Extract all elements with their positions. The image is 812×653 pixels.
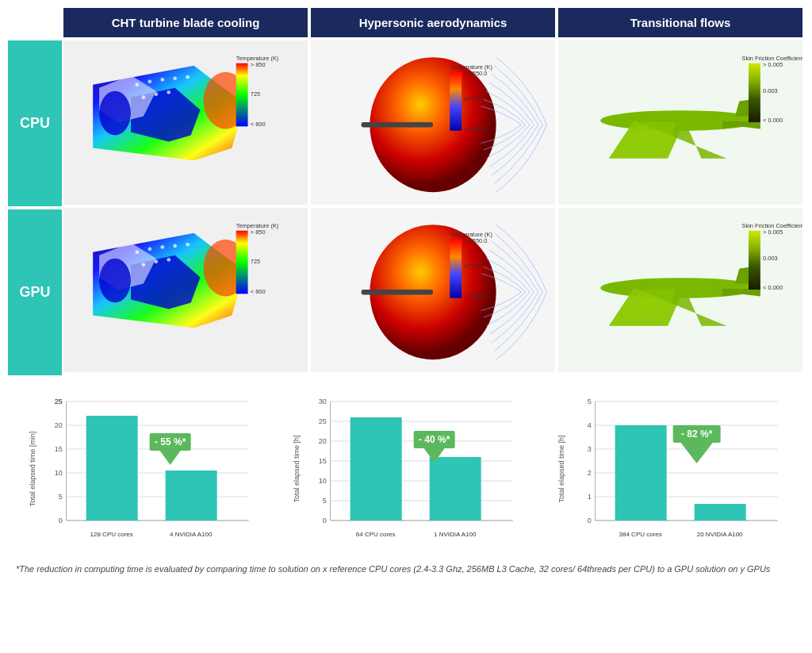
svg-point-4	[147, 79, 151, 83]
svg-text:5: 5	[59, 493, 63, 501]
svg-text:1 NVIDIA A100: 1 NVIDIA A100	[434, 531, 477, 538]
svg-text:2: 2	[587, 469, 591, 477]
header-spacer	[8, 8, 62, 37]
transitional-chart: Total elapsed time [h] 0 1 2 3 4 5	[542, 382, 799, 556]
svg-rect-21	[450, 71, 462, 130]
svg-rect-14	[236, 63, 248, 127]
svg-text:> 0.005: > 0.005	[763, 229, 783, 236]
svg-marker-142	[680, 443, 712, 463]
svg-text:< 4000.0: < 4000.0	[464, 293, 487, 300]
svg-text:725: 725	[251, 90, 260, 98]
cht-cpu-svg: Temperature (K) > 850 725 < 600	[63, 40, 308, 205]
svg-text:1: 1	[587, 493, 591, 501]
svg-point-49	[99, 259, 131, 303]
svg-point-45	[142, 263, 146, 267]
svg-text:< 600: < 600	[251, 288, 266, 295]
main-container: CHT turbine blade cooling Hypersonic aer…	[0, 0, 812, 587]
svg-rect-116	[430, 457, 481, 520]
svg-point-41	[147, 247, 151, 251]
svg-text:4775.0: 4775.0	[464, 263, 482, 271]
transitional-gpu-image: Skin Friction Coefficient > 0.005 0.003 …	[558, 208, 802, 372]
svg-text:4775.0: 4775.0	[464, 95, 482, 102]
svg-text:384 CPU cores: 384 CPU cores	[619, 531, 661, 538]
hypersonic-gpu-image: Temperature (K) > 5550.0 4775.0 < 4000.0	[311, 208, 555, 372]
svg-text:20: 20	[55, 421, 63, 429]
svg-text:< 0.000: < 0.000	[763, 284, 783, 291]
footer-text: *The reduction in computing time is eval…	[16, 564, 770, 574]
cht-chart: Total elapsed time [min] 0 5 10 15 20 25	[13, 382, 270, 556]
svg-text:4 NVIDIA A100: 4 NVIDIA A100	[170, 531, 213, 538]
content-area: CPU GPU	[8, 40, 804, 375]
svg-point-5	[160, 78, 164, 82]
svg-point-42	[160, 245, 164, 249]
svg-text:< 0.000: < 0.000	[763, 117, 783, 124]
svg-text:> 5550.0: > 5550.0	[464, 237, 487, 244]
svg-text:128 CPU cores: 128 CPU cores	[90, 531, 133, 538]
col1-header: CHT turbine blade cooling	[63, 8, 308, 37]
charts-section: Total elapsed time [min] 0 5 10 15 20 25	[8, 382, 804, 556]
col3-header: Transitional flows	[558, 8, 802, 37]
svg-point-12	[99, 91, 131, 136]
svg-rect-19	[362, 122, 433, 127]
hypersonic-chart: Total elapsed time [h] 0 5 10 15 20 25 3…	[277, 382, 534, 556]
svg-text:5: 5	[587, 398, 591, 405]
svg-text:725: 725	[251, 258, 260, 265]
svg-rect-33	[749, 63, 760, 122]
cpu-images-row: Temperature (K) > 850 725 < 600	[62, 40, 804, 205]
svg-text:< 4000.0: < 4000.0	[464, 125, 487, 133]
svg-point-9	[154, 92, 158, 96]
svg-text:0: 0	[323, 517, 327, 524]
svg-text:- 55 %*: - 55 %*	[155, 436, 186, 447]
svg-text:> 5550.0: > 5550.0	[464, 70, 487, 77]
hypersonic-cpu-image: Temperature (K) > 5550.0 4775.0 < 4000.0	[311, 40, 555, 205]
svg-text:Total elapsed time [min]: Total elapsed time [min]	[29, 432, 36, 507]
svg-text:3: 3	[587, 445, 591, 453]
svg-point-47	[167, 258, 170, 262]
cpu-label: CPU	[8, 40, 62, 206]
col2-header: Hypersonic aerodynamics	[311, 8, 555, 37]
svg-rect-51	[236, 231, 248, 294]
footer-note: *The reduction in computing time is eval…	[8, 556, 804, 579]
svg-text:15: 15	[319, 457, 327, 465]
svg-point-6	[173, 76, 177, 80]
images-area: Temperature (K) > 850 725 < 600	[62, 40, 804, 375]
transitional-gpu-svg: Skin Friction Coefficient > 0.005 0.003 …	[558, 208, 802, 372]
svg-text:> 850: > 850	[251, 61, 266, 68]
header-row: CHT turbine blade cooling Hypersonic aer…	[8, 8, 804, 37]
svg-text:Total elapsed time [h]: Total elapsed time [h]	[293, 436, 301, 503]
gpu-label: GPU	[8, 209, 62, 375]
svg-text:10: 10	[55, 469, 63, 477]
svg-point-46	[154, 259, 158, 263]
svg-rect-114	[350, 417, 402, 520]
svg-text:< 600: < 600	[251, 121, 266, 128]
hypersonic-gpu-svg: Temperature (K) > 5550.0 4775.0 < 4000.0	[311, 208, 555, 372]
svg-point-10	[167, 90, 170, 94]
gpu-images-row: Temperature (K) > 850 725 < 600	[62, 208, 804, 372]
cht-gpu-image: Temperature (K) > 850 725 < 600	[63, 208, 308, 372]
svg-point-40	[136, 250, 140, 254]
svg-marker-95	[160, 451, 181, 465]
svg-text:15: 15	[55, 445, 63, 453]
svg-text:> 850: > 850	[251, 229, 266, 236]
svg-text:0.003: 0.003	[763, 87, 778, 94]
svg-text:> 0.005: > 0.005	[763, 61, 783, 68]
svg-point-3	[136, 83, 140, 86]
svg-text:- 40 %*: - 40 %*	[419, 434, 450, 445]
transitional-cpu-image: Skin Friction Coefficient > 0.005 0.003 …	[558, 40, 802, 205]
svg-text:10: 10	[319, 477, 327, 485]
svg-rect-91	[166, 471, 217, 520]
svg-text:0.003: 0.003	[763, 255, 778, 262]
svg-point-43	[173, 244, 177, 248]
cht-chart-svg: Total elapsed time [min] 0 5 10 15 20 25	[13, 382, 270, 556]
svg-marker-66	[739, 289, 760, 297]
svg-rect-136	[615, 425, 666, 520]
svg-text:25: 25	[55, 398, 63, 405]
svg-text:0: 0	[587, 517, 591, 524]
svg-text:Total elapsed time [h]: Total elapsed time [h]	[557, 436, 565, 503]
svg-point-7	[186, 75, 190, 79]
transitional-chart-svg: Total elapsed time [h] 0 1 2 3 4 5	[542, 382, 799, 556]
svg-text:20 NVIDIA A100: 20 NVIDIA A100	[696, 531, 742, 538]
svg-text:30: 30	[319, 398, 327, 405]
svg-text:0: 0	[59, 517, 63, 524]
svg-text:- 82 %*: - 82 %*	[681, 428, 713, 440]
